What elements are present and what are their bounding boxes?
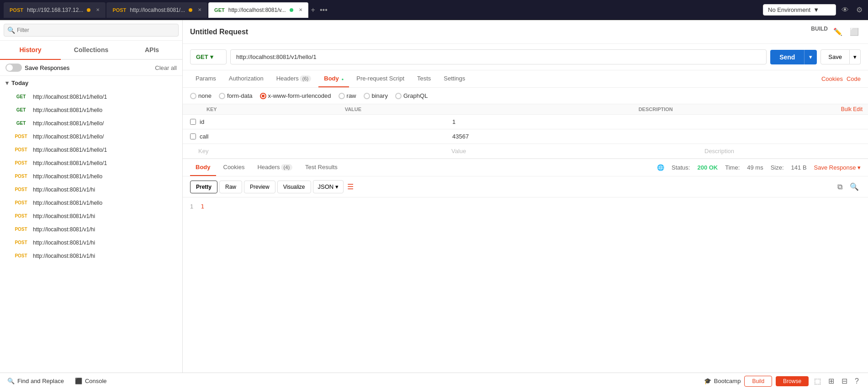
tab-1[interactable]: POST http://192.168.137.12... ✕	[4, 2, 106, 18]
resp-tab-cookies[interactable]: Cookies	[218, 159, 250, 176]
row-key: id	[200, 118, 357, 125]
clear-all-button[interactable]: Clear all	[155, 64, 177, 71]
tab-pre-request[interactable]: Pre-request Script	[351, 70, 410, 87]
sidebar-search-area: 🔍	[0, 20, 182, 41]
resp-tab-headers[interactable]: Headers(4)	[252, 159, 298, 176]
build-button[interactable]: Build	[744, 376, 772, 387]
filter-input[interactable]	[4, 24, 179, 37]
format-visualize-button[interactable]: Visualize	[277, 181, 311, 193]
tab-apis[interactable]: APIs	[122, 41, 182, 59]
find-replace-label: Find and Replace	[17, 378, 64, 384]
url-input[interactable]	[230, 49, 767, 64]
main-layout: 🔍 History Collections APIs Save Response…	[0, 20, 868, 373]
list-item[interactable]: POST http://localhost:8081/v1/hello	[0, 170, 182, 183]
format-pretty-button[interactable]: Pretty	[190, 181, 217, 193]
th-description: DESCRIPTION	[639, 107, 841, 112]
resp-tab-body[interactable]: Body	[190, 159, 216, 176]
format-raw-button[interactable]: Raw	[219, 181, 242, 193]
list-item[interactable]: POST http://localhost:8081/v1/hi	[0, 183, 182, 196]
save-response-button[interactable]: Save Response ▾	[814, 164, 861, 171]
list-item[interactable]: GET http://localhost:8081/v1/hello/	[0, 117, 182, 130]
tab-3-close[interactable]: ✕	[299, 7, 302, 12]
bootcamp-icon: 🎓	[704, 378, 711, 384]
add-tab-button[interactable]: +	[309, 4, 317, 16]
radio-form-data[interactable]: form-data	[219, 92, 253, 99]
save-responses-toggle[interactable]	[5, 64, 22, 72]
tab-2[interactable]: POST http://localhost:8081/... ✕	[106, 2, 207, 18]
browse-button[interactable]: Browse	[776, 376, 809, 386]
radio-graphql[interactable]: GraphQL	[395, 92, 428, 99]
item-url: http://localhost:8081/v1/hello/	[33, 133, 104, 140]
list-item[interactable]: POST http://localhost:8081/v1/hi	[0, 223, 182, 236]
send-btn-group: Send ▾	[770, 50, 817, 64]
expand-icon[interactable]: ⬜	[848, 26, 861, 38]
settings-icon[interactable]: ⚙	[854, 4, 864, 16]
radio-circle-none	[190, 93, 196, 99]
body-active-dot: ●	[341, 77, 344, 81]
method-selector[interactable]: GET ▾	[190, 49, 227, 64]
copy-button[interactable]: ⧉	[836, 181, 844, 193]
format-preview-button[interactable]: Preview	[244, 181, 275, 193]
tab-headers[interactable]: Headers(6)	[271, 70, 317, 87]
radio-raw[interactable]: raw	[339, 92, 356, 99]
placeholder-description: Description	[704, 148, 863, 155]
save-dropdown-button[interactable]: ▾	[850, 49, 861, 64]
list-item[interactable]: POST http://localhost:8081/v1/hi	[0, 236, 182, 249]
save-responses-toggle-wrap: Save Responses	[5, 64, 69, 72]
radio-none[interactable]: none	[190, 92, 212, 99]
tab-collections[interactable]: Collections	[61, 41, 122, 59]
search-response-button[interactable]: 🔍	[848, 181, 861, 193]
radio-binary[interactable]: binary	[364, 92, 388, 99]
tab-1-close[interactable]: ✕	[96, 7, 100, 12]
layout3-icon[interactable]: ⊟	[840, 375, 849, 387]
edit-icon[interactable]: ✏️	[831, 26, 844, 38]
tab-authorization[interactable]: Authorization	[223, 70, 269, 87]
section-today[interactable]: ▾ Today	[0, 76, 182, 90]
list-item[interactable]: POST http://localhost:8081/v1/hello	[0, 196, 182, 209]
list-item[interactable]: POST http://localhost:8081/v1/hello/1	[0, 143, 182, 156]
radio-x-www-form-urlencoded[interactable]: x-www-form-urlencoded	[260, 92, 331, 99]
more-tabs-button[interactable]: •••	[318, 4, 329, 16]
sidebar-list: ▾ Today GET http://localhost:8081/v1/hel…	[0, 76, 182, 373]
tab-params[interactable]: Params	[190, 70, 222, 87]
find-replace-item[interactable]: 🔍 Find and Replace	[7, 378, 64, 384]
radio-circle-raw	[339, 93, 345, 99]
list-item[interactable]: POST http://localhost:8081/v1/hello/	[0, 130, 182, 143]
eye-icon[interactable]: 👁	[840, 4, 851, 16]
tab-3[interactable]: GET http://localhost:8081/v... ✕	[208, 2, 308, 18]
list-item[interactable]: POST http://localhost:8081/v1/hello/1	[0, 156, 182, 170]
search-icon: 🔍	[7, 27, 15, 34]
method-badge: GET	[13, 93, 29, 100]
list-item[interactable]: GET http://localhost:8081/v1/hello/1	[0, 90, 182, 103]
request-header-actions: BUILD ✏️ ⬜	[811, 26, 861, 38]
item-url: http://localhost:8081/v1/hi	[33, 253, 95, 259]
tab-2-close[interactable]: ✕	[198, 7, 201, 12]
tab-history[interactable]: History	[0, 41, 61, 60]
console-item[interactable]: ⬛ Console	[75, 378, 107, 384]
tab-2-dot	[189, 8, 192, 12]
resp-tab-test-results[interactable]: Test Results	[300, 159, 343, 176]
bootcamp-item[interactable]: 🎓 Bootcamp	[704, 378, 741, 384]
list-item[interactable]: POST http://localhost:8081/v1/hi	[0, 209, 182, 223]
environment-selector[interactable]: No Environment ▼	[763, 4, 836, 16]
list-item[interactable]: GET http://localhost:8081/v1/hello	[0, 103, 182, 117]
layout1-icon[interactable]: ⬚	[812, 375, 823, 387]
send-dropdown-button[interactable]: ▾	[804, 50, 817, 64]
row-checkbox[interactable]	[190, 119, 196, 125]
list-item[interactable]: POST http://localhost:8081/v1/hi	[0, 249, 182, 262]
row-checkbox[interactable]	[190, 133, 196, 139]
save-button[interactable]: Save	[820, 49, 850, 64]
request-header: Untitled Request BUILD ✏️ ⬜	[183, 20, 868, 44]
tab-settings[interactable]: Settings	[438, 70, 471, 87]
layout2-icon[interactable]: ⊞	[826, 375, 836, 387]
code-link[interactable]: Code	[847, 75, 861, 82]
bulk-edit-button[interactable]: Bulk Edit	[841, 106, 863, 112]
tab-body[interactable]: Body ●	[318, 70, 349, 87]
wrap-lines-button[interactable]: ☰	[345, 181, 355, 193]
send-button[interactable]: Send	[770, 50, 804, 64]
main-content: Untitled Request BUILD ✏️ ⬜ GET ▾ Send ▾…	[183, 20, 868, 373]
help-icon[interactable]: ?	[853, 375, 861, 387]
cookies-link[interactable]: Cookies	[821, 75, 843, 82]
format-json-selector[interactable]: JSON ▾	[313, 180, 344, 193]
tab-tests[interactable]: Tests	[412, 70, 436, 87]
